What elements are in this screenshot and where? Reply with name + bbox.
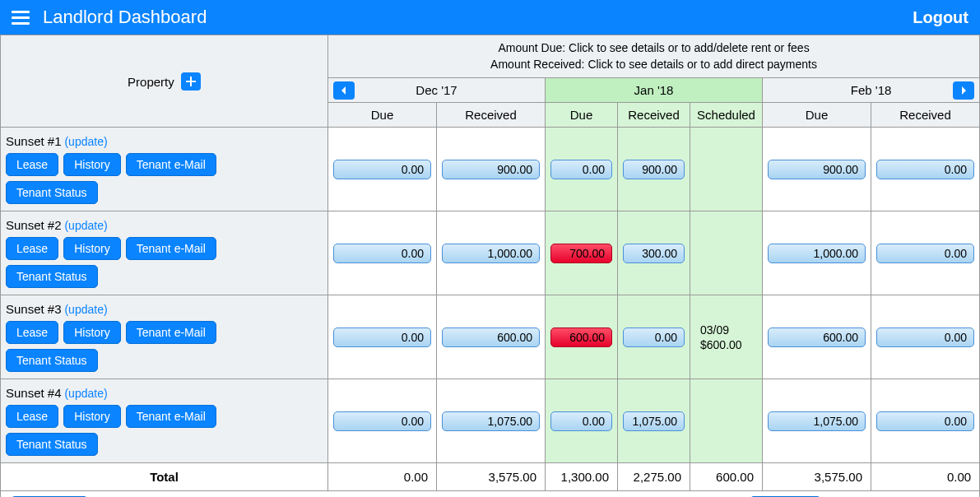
cur-received-button[interactable]: 0.00 — [623, 327, 685, 347]
prev-due-button[interactable]: 0.00 — [333, 244, 431, 263]
footer-bar: Help Video Show 3 months By Rental Month… — [0, 491, 980, 497]
next-received-cell: 0.00 — [871, 211, 980, 295]
next-due-cell: 900.00 — [763, 128, 871, 211]
next-received-cell: 0.00 — [871, 128, 980, 211]
tenant-email-button[interactable]: Tenant e-Mail — [126, 321, 216, 344]
instruction-line: Amount Received: Click to see details or… — [328, 57, 979, 73]
next-due-cell: 600.00 — [763, 295, 871, 379]
property-name: Sunset #1 — [6, 134, 62, 148]
chevron-right-icon — [959, 86, 968, 95]
property-cell: Sunset #3 (update)LeaseHistoryTenant e-M… — [1, 295, 328, 379]
next-received-button[interactable]: 0.00 — [876, 327, 974, 347]
total-cur-rec: 2,275.00 — [618, 463, 690, 491]
scheduled-cell — [690, 379, 763, 463]
tenant-status-button[interactable]: Tenant Status — [6, 433, 98, 456]
prev-received-button[interactable]: 1,075.00 — [442, 411, 540, 431]
next-received-button[interactable]: 0.00 — [876, 244, 974, 263]
property-cell: Sunset #1 (update)LeaseHistoryTenant e-M… — [1, 128, 328, 211]
tenant-email-button[interactable]: Tenant e-Mail — [126, 153, 216, 176]
tenant-status-button[interactable]: Tenant Status — [6, 349, 98, 372]
instruction-line: Amount Due: Click to see details or to a… — [328, 40, 979, 57]
property-cell: Sunset #2 (update)LeaseHistoryTenant e-M… — [1, 211, 328, 295]
cur-due-button[interactable]: 600.00 — [550, 327, 612, 347]
update-link[interactable]: (update) — [64, 219, 107, 232]
next-due-button[interactable]: 900.00 — [768, 160, 866, 179]
tenant-email-button[interactable]: Tenant e-Mail — [126, 405, 216, 428]
property-name: Sunset #2 — [6, 218, 62, 232]
property-header-cell: Property — [1, 35, 328, 128]
next-received-cell: 0.00 — [871, 379, 980, 463]
property-cell: Sunset #4 (update)LeaseHistoryTenant e-M… — [1, 379, 328, 463]
history-button[interactable]: History — [63, 153, 121, 176]
prev-month-button[interactable] — [333, 81, 355, 100]
prev-received-button[interactable]: 900.00 — [442, 160, 540, 179]
month-prev: Dec '17 — [328, 78, 546, 103]
next-due-cell: 1,075.00 — [763, 379, 871, 463]
month-label: Dec '17 — [416, 83, 457, 97]
cur-due-cell: 0.00 — [546, 128, 618, 211]
month-label: Feb '18 — [851, 83, 892, 97]
history-button[interactable]: History — [63, 321, 121, 344]
cur-received-cell: 1,075.00 — [618, 379, 690, 463]
update-link[interactable]: (update) — [64, 303, 107, 316]
prev-due-button[interactable]: 0.00 — [333, 160, 431, 179]
history-button[interactable]: History — [63, 237, 121, 260]
total-label: Total — [1, 463, 328, 491]
next-received-button[interactable]: 0.00 — [876, 160, 974, 179]
next-month-button[interactable] — [953, 81, 974, 100]
tenant-status-button[interactable]: Tenant Status — [6, 181, 98, 204]
prev-received-button[interactable]: 600.00 — [442, 327, 540, 347]
cur-due-button[interactable]: 0.00 — [550, 411, 612, 431]
prev-due-cell: 0.00 — [328, 379, 437, 463]
scheduled-text: 03/09$600.00 — [695, 323, 757, 352]
next-due-button[interactable]: 1,075.00 — [768, 411, 866, 431]
next-received-cell: 0.00 — [871, 295, 980, 379]
scheduled-cell: 03/09$600.00 — [690, 295, 763, 379]
prev-due-button[interactable]: 0.00 — [333, 327, 431, 347]
property-name: Sunset #3 — [6, 302, 62, 316]
cur-received-cell: 0.00 — [618, 295, 690, 379]
prev-due-button[interactable]: 0.00 — [333, 411, 431, 431]
month-current: Jan '18 — [546, 78, 763, 103]
cur-received-button[interactable]: 1,075.00 — [623, 411, 685, 431]
prev-due-cell: 0.00 — [328, 128, 437, 211]
total-cur-sched: 600.00 — [690, 463, 763, 491]
prev-received-cell: 600.00 — [437, 295, 546, 379]
page-title: Landlord Dashboard — [43, 7, 207, 28]
next-due-button[interactable]: 600.00 — [768, 327, 866, 347]
cur-received-button[interactable]: 300.00 — [623, 244, 685, 263]
scheduled-cell — [690, 211, 763, 295]
prev-received-button[interactable]: 1,000.00 — [442, 244, 540, 263]
property-header-label: Property — [128, 75, 174, 89]
menu-icon[interactable] — [12, 7, 30, 28]
cur-due-button[interactable]: 0.00 — [550, 160, 612, 179]
prev-due-cell: 0.00 — [328, 211, 437, 295]
update-link[interactable]: (update) — [64, 135, 107, 148]
logout-link[interactable]: Logout — [913, 8, 968, 27]
lease-button[interactable]: Lease — [6, 153, 58, 176]
update-link[interactable]: (update) — [64, 387, 107, 400]
lease-button[interactable]: Lease — [6, 321, 58, 344]
total-next-rec: 0.00 — [871, 463, 980, 491]
cur-due-button[interactable]: 700.00 — [550, 244, 612, 263]
add-property-button[interactable] — [181, 72, 201, 91]
lease-button[interactable]: Lease — [6, 405, 58, 428]
history-button[interactable]: History — [63, 405, 121, 428]
property-row: Sunset #3 (update)LeaseHistoryTenant e-M… — [1, 295, 980, 379]
total-cur-due: 1,300.00 — [546, 463, 618, 491]
property-row: Sunset #1 (update)LeaseHistoryTenant e-M… — [1, 128, 980, 211]
cur-received-button[interactable]: 900.00 — [623, 160, 685, 179]
tenant-status-button[interactable]: Tenant Status — [6, 265, 98, 288]
col-scheduled: Scheduled — [690, 103, 763, 128]
instructions: Amount Due: Click to see details or to a… — [328, 35, 980, 78]
tenant-email-button[interactable]: Tenant e-Mail — [126, 237, 216, 260]
prev-received-cell: 1,000.00 — [437, 211, 546, 295]
col-due: Due — [328, 103, 437, 128]
plus-icon — [186, 77, 196, 86]
total-prev-due: 0.00 — [328, 463, 437, 491]
next-received-button[interactable]: 0.00 — [876, 411, 974, 431]
next-due-button[interactable]: 1,000.00 — [768, 244, 866, 263]
property-name: Sunset #4 — [6, 386, 62, 400]
property-row: Sunset #2 (update)LeaseHistoryTenant e-M… — [1, 211, 980, 295]
lease-button[interactable]: Lease — [6, 237, 58, 260]
